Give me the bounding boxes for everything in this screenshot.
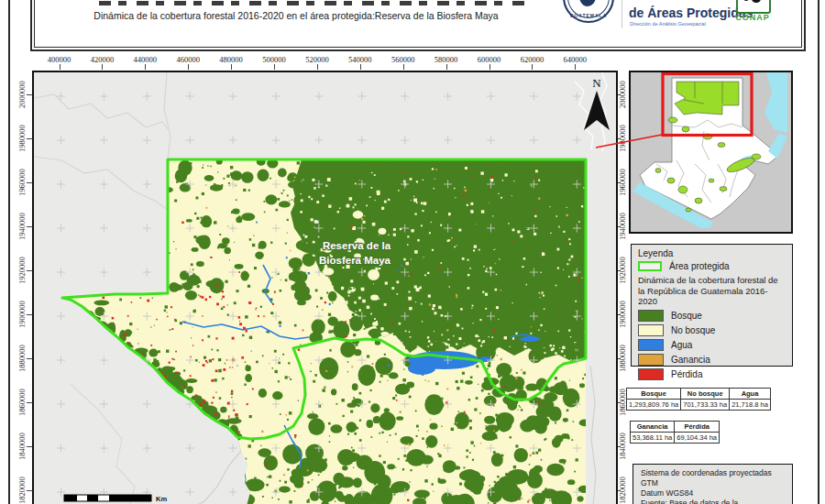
legend-item-ganancia: Ganancia [638,354,786,366]
header-box: Dinámica de la cobertura forestal 2016-2… [30,0,806,51]
header-divider [622,0,622,28]
table-header: Bosque [627,389,681,400]
map-subtitle: Dinámica de la cobertura forestal 2016-2… [81,10,512,21]
legend-item-label: Bosque [671,311,702,321]
change-table: GananciaPérdida53,368.11 ha69,104.34 ha [630,421,720,444]
table-header: Agua [730,389,771,400]
main-map-frame: Reserva de la Biosfera Maya N Km [32,71,618,504]
org-subunit: Dirección de Análisis Geoespacial [630,21,706,27]
legend-item-agua: Agua [638,339,786,351]
legend-item-label: Área protegida [669,261,730,271]
conap-jaguar-logo [736,0,771,14]
inset-map-guatemala [631,72,787,228]
legend-item-label: Ganancia [671,355,710,365]
legend-swatch [638,324,664,336]
legend-title: Leyenda [638,248,786,258]
scale-unit-label: Km [156,495,167,503]
legend-section-title: Dinámica de la cobertura forestal de la … [638,275,786,307]
coverage-table: BosqueNo bosqueAgua1,293,809.76 ha701,73… [626,388,771,411]
table-value: 21,718.8 ha [730,400,771,411]
clipped-main-title [99,1,530,5]
crs-line: Sistema de coordenadas proyectadas [641,468,785,478]
crs-info-box: Sistema de coordenadas proyectadasGTMDat… [632,464,793,504]
table-header: Ganancia [631,422,675,433]
table-value: 701,733.33 ha [681,400,730,411]
crs-line: Datum WGS84 [641,488,785,499]
legend-swatch [638,354,664,366]
main-map: Reserva de la Biosfera Maya N Km [34,72,616,504]
legend-swatch [638,368,664,380]
seal-emblem [579,0,596,6]
crs-line: Fuente: Base de datos de la [641,499,785,504]
svg-text:Biosfera Maya: Biosfera Maya [319,255,391,266]
jaguar-mark [742,0,750,1]
change-table-grid: GananciaPérdida53,368.11 ha69,104.34 ha [630,421,720,444]
legend-item-pérdida: Pérdida [638,368,786,380]
legend-swatch [638,339,664,351]
legend-item-no-bosque: No bosque [638,324,786,336]
legend-item-label: Pérdida [671,369,702,379]
crs-line: GTM [641,478,785,488]
svg-text:Reserva de la: Reserva de la [323,240,391,251]
table-value: 1,293,809.76 ha [627,400,681,411]
jaguar-mark [752,0,761,3]
guatemala-seal-logo: GUATEMALA [563,0,614,23]
legend: Leyenda Área protegida Dinámica de la co… [631,244,793,367]
table-value: 69,104.34 ha [675,433,720,444]
legend-item-bosque: Bosque [638,310,786,322]
table-value: 53,368.11 ha [631,433,675,444]
north-label: N [592,76,601,90]
legend-item-area-protegida: Área protegida [638,261,786,271]
seal-label: GUATEMALA [565,13,612,18]
inset-locator-box [629,71,793,234]
table-header: Pérdida [675,422,720,433]
crs-lines: Sistema de coordenadas proyectadasGTMDat… [641,468,785,504]
coverage-table-grid: BosqueNo bosqueAgua1,293,809.76 ha701,73… [626,388,771,411]
legend-swatch [638,310,664,322]
area-protegida-swatch [638,261,662,271]
conap-wordmark: CONAP [734,13,771,22]
legend-items: BosqueNo bosqueAguaGananciaPérdida [638,310,786,380]
legend-item-label: Agua [671,340,692,350]
legend-item-label: No bosque [671,325,715,335]
header-inner-border: Dinámica de la cobertura forestal 2016-2… [34,0,802,48]
table-header: No bosque [681,389,730,400]
